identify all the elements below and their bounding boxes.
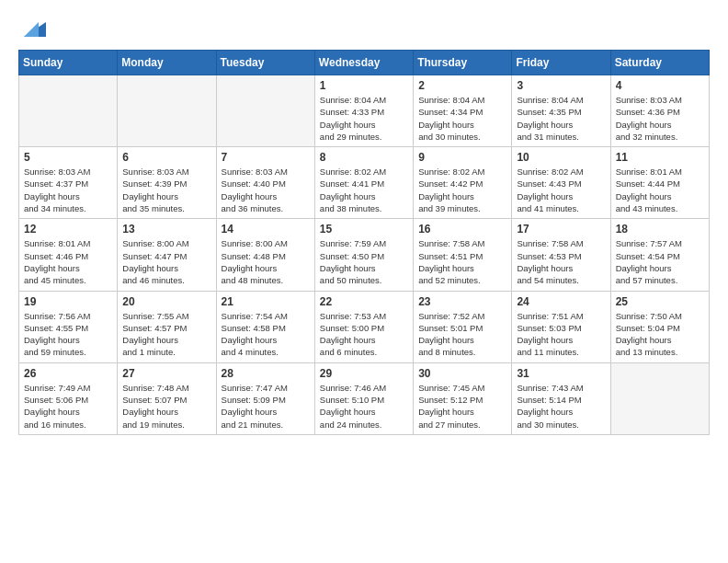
day-number: 31: [517, 367, 605, 380]
day-cell-13: 13Sunrise: 8:00 AMSunset: 4:47 PMDayligh…: [118, 219, 216, 291]
day-info: Sunrise: 7:51 AMSunset: 5:03 PMDaylight …: [517, 310, 605, 359]
day-info: Sunrise: 7:59 AMSunset: 4:50 PMDaylight …: [320, 237, 408, 286]
day-number: 8: [320, 151, 408, 164]
weekday-header-saturday: Saturday: [610, 51, 709, 75]
logo-icon: [20, 15, 46, 40]
day-cell-2: 2Sunrise: 8:04 AMSunset: 4:34 PMDaylight…: [414, 75, 512, 147]
day-cell-empty-4-6: [610, 362, 709, 434]
day-cell-28: 28Sunrise: 7:47 AMSunset: 5:09 PMDayligh…: [216, 362, 314, 434]
day-cell-empty-0-1: [118, 75, 216, 147]
day-info: Sunrise: 7:47 AMSunset: 5:09 PMDaylight …: [222, 382, 310, 431]
weekday-header-tuesday: Tuesday: [216, 51, 314, 75]
day-number: 22: [320, 295, 408, 308]
logo: [18, 15, 46, 40]
day-number: 13: [122, 223, 210, 236]
day-info: Sunrise: 7:48 AMSunset: 5:07 PMDaylight …: [122, 382, 210, 431]
day-cell-5: 5Sunrise: 8:03 AMSunset: 4:37 PMDaylight…: [19, 147, 118, 219]
day-number: 4: [616, 79, 704, 92]
weekday-header-monday: Monday: [118, 51, 216, 75]
week-row-4: 19Sunrise: 7:56 AMSunset: 4:55 PMDayligh…: [19, 291, 710, 362]
page: SundayMondayTuesdayWednesdayThursdayFrid…: [0, 0, 728, 563]
day-cell-23: 23Sunrise: 7:52 AMSunset: 5:01 PMDayligh…: [414, 291, 512, 362]
day-info: Sunrise: 8:02 AMSunset: 4:43 PMDaylight …: [517, 166, 605, 214]
day-number: 2: [418, 79, 506, 92]
day-cell-21: 21Sunrise: 7:54 AMSunset: 4:58 PMDayligh…: [216, 291, 314, 362]
day-number: 3: [517, 79, 605, 92]
day-number: 24: [517, 295, 605, 308]
day-number: 29: [320, 367, 408, 380]
day-cell-12: 12Sunrise: 8:01 AMSunset: 4:46 PMDayligh…: [19, 219, 118, 291]
day-number: 25: [616, 295, 704, 308]
day-info: Sunrise: 8:04 AMSunset: 4:34 PMDaylight …: [418, 94, 506, 143]
day-number: 7: [222, 151, 310, 164]
day-info: Sunrise: 7:49 AMSunset: 5:06 PMDaylight …: [24, 382, 112, 431]
day-number: 11: [616, 151, 704, 164]
day-info: Sunrise: 8:02 AMSunset: 4:42 PMDaylight …: [418, 166, 506, 214]
week-row-3: 12Sunrise: 8:01 AMSunset: 4:46 PMDayligh…: [19, 219, 710, 291]
day-cell-1: 1Sunrise: 8:04 AMSunset: 4:33 PMDaylight…: [314, 75, 413, 147]
week-row-1: 1Sunrise: 8:04 AMSunset: 4:33 PMDaylight…: [19, 75, 710, 147]
day-info: Sunrise: 8:04 AMSunset: 4:35 PMDaylight …: [517, 94, 605, 143]
day-cell-19: 19Sunrise: 7:56 AMSunset: 4:55 PMDayligh…: [19, 291, 118, 362]
day-cell-7: 7Sunrise: 8:03 AMSunset: 4:40 PMDaylight…: [216, 147, 314, 219]
day-cell-29: 29Sunrise: 7:46 AMSunset: 5:10 PMDayligh…: [314, 362, 413, 434]
day-number: 12: [24, 223, 112, 236]
day-number: 28: [222, 367, 310, 380]
day-cell-3: 3Sunrise: 8:04 AMSunset: 4:35 PMDaylight…: [512, 75, 610, 147]
day-info: Sunrise: 8:00 AMSunset: 4:48 PMDaylight …: [222, 237, 310, 286]
day-cell-18: 18Sunrise: 7:57 AMSunset: 4:54 PMDayligh…: [610, 219, 709, 291]
week-row-5: 26Sunrise: 7:49 AMSunset: 5:06 PMDayligh…: [19, 362, 710, 434]
day-cell-22: 22Sunrise: 7:53 AMSunset: 5:00 PMDayligh…: [314, 291, 413, 362]
day-cell-25: 25Sunrise: 7:50 AMSunset: 5:04 PMDayligh…: [610, 291, 709, 362]
day-number: 17: [517, 223, 605, 236]
day-number: 20: [122, 295, 210, 308]
day-cell-11: 11Sunrise: 8:01 AMSunset: 4:44 PMDayligh…: [610, 147, 709, 219]
day-info: Sunrise: 8:03 AMSunset: 4:37 PMDaylight …: [24, 166, 112, 214]
day-number: 5: [24, 151, 112, 164]
day-info: Sunrise: 8:03 AMSunset: 4:40 PMDaylight …: [222, 166, 310, 214]
day-number: 10: [517, 151, 605, 164]
day-info: Sunrise: 8:00 AMSunset: 4:47 PMDaylight …: [122, 237, 210, 286]
day-cell-31: 31Sunrise: 7:43 AMSunset: 5:14 PMDayligh…: [512, 362, 610, 434]
weekday-header-row: SundayMondayTuesdayWednesdayThursdayFrid…: [19, 51, 710, 75]
day-info: Sunrise: 8:02 AMSunset: 4:41 PMDaylight …: [320, 166, 408, 214]
day-cell-4: 4Sunrise: 8:03 AMSunset: 4:36 PMDaylight…: [610, 75, 709, 147]
day-cell-empty-0-2: [216, 75, 314, 147]
day-info: Sunrise: 8:01 AMSunset: 4:46 PMDaylight …: [24, 237, 112, 286]
day-info: Sunrise: 8:03 AMSunset: 4:36 PMDaylight …: [616, 94, 704, 143]
day-number: 9: [418, 151, 506, 164]
day-cell-17: 17Sunrise: 7:58 AMSunset: 4:53 PMDayligh…: [512, 219, 610, 291]
day-info: Sunrise: 7:58 AMSunset: 4:53 PMDaylight …: [517, 237, 605, 286]
day-number: 18: [616, 223, 704, 236]
day-cell-empty-0-0: [19, 75, 118, 147]
day-number: 27: [122, 367, 210, 380]
day-cell-27: 27Sunrise: 7:48 AMSunset: 5:07 PMDayligh…: [118, 362, 216, 434]
day-info: Sunrise: 7:50 AMSunset: 5:04 PMDaylight …: [616, 310, 704, 359]
day-cell-10: 10Sunrise: 8:02 AMSunset: 4:43 PMDayligh…: [512, 147, 610, 219]
day-info: Sunrise: 7:46 AMSunset: 5:10 PMDaylight …: [320, 382, 408, 431]
day-info: Sunrise: 7:54 AMSunset: 4:58 PMDaylight …: [222, 310, 310, 359]
day-number: 15: [320, 223, 408, 236]
day-number: 1: [320, 79, 408, 92]
day-number: 16: [418, 223, 506, 236]
day-number: 26: [24, 367, 112, 380]
weekday-header-sunday: Sunday: [19, 51, 118, 75]
day-cell-26: 26Sunrise: 7:49 AMSunset: 5:06 PMDayligh…: [19, 362, 118, 434]
day-info: Sunrise: 7:57 AMSunset: 4:54 PMDaylight …: [616, 237, 704, 286]
day-info: Sunrise: 7:45 AMSunset: 5:12 PMDaylight …: [418, 382, 506, 431]
day-cell-30: 30Sunrise: 7:45 AMSunset: 5:12 PMDayligh…: [414, 362, 512, 434]
day-number: 30: [418, 367, 506, 380]
weekday-header-friday: Friday: [512, 51, 610, 75]
day-info: Sunrise: 8:01 AMSunset: 4:44 PMDaylight …: [616, 166, 704, 214]
header: [18, 15, 710, 40]
day-number: 19: [24, 295, 112, 308]
day-cell-6: 6Sunrise: 8:03 AMSunset: 4:39 PMDaylight…: [118, 147, 216, 219]
day-info: Sunrise: 8:04 AMSunset: 4:33 PMDaylight …: [320, 94, 408, 143]
weekday-header-wednesday: Wednesday: [314, 51, 413, 75]
day-info: Sunrise: 7:53 AMSunset: 5:00 PMDaylight …: [320, 310, 408, 359]
day-cell-15: 15Sunrise: 7:59 AMSunset: 4:50 PMDayligh…: [314, 219, 413, 291]
day-number: 23: [418, 295, 506, 308]
day-info: Sunrise: 7:43 AMSunset: 5:14 PMDaylight …: [517, 382, 605, 431]
day-info: Sunrise: 7:58 AMSunset: 4:51 PMDaylight …: [418, 237, 506, 286]
day-info: Sunrise: 7:56 AMSunset: 4:55 PMDaylight …: [24, 310, 112, 359]
